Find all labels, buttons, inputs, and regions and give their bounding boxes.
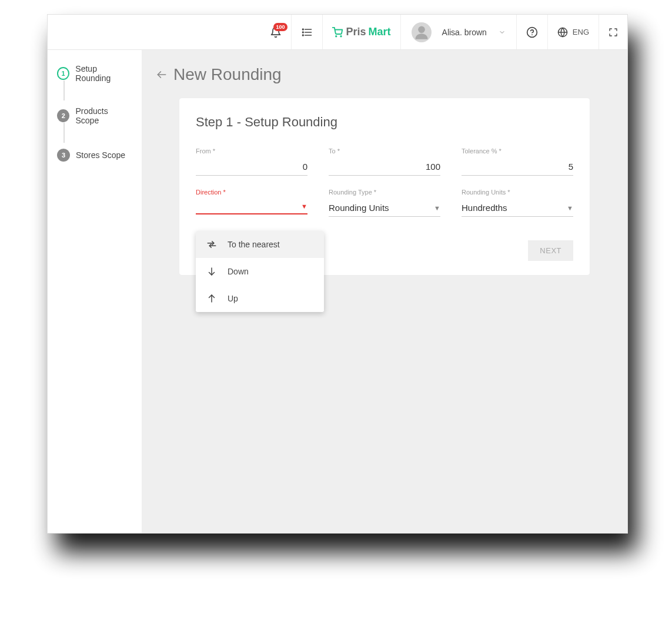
option-label: Down: [228, 267, 249, 276]
to-input[interactable]: [329, 158, 440, 176]
brand-text-2: Mart: [369, 26, 391, 38]
rounding-units-select[interactable]: Hundredths ▼: [462, 199, 573, 217]
back-button[interactable]: [156, 69, 168, 80]
card-title: Step 1 - Setup Rounding: [196, 115, 573, 130]
sidebar-item-products-scope[interactable]: 2 Products Scope: [57, 106, 132, 125]
rounding-type-field: Rounding Type * Rounding Units ▼: [329, 189, 440, 217]
step-number: 3: [57, 149, 70, 162]
user-menu[interactable]: Alisa. brown: [400, 15, 516, 49]
field-label: Direction *: [196, 189, 307, 196]
field-label: Tolerance % *: [462, 147, 573, 155]
svg-point-6: [336, 36, 337, 37]
direction-option-up[interactable]: Up: [196, 285, 324, 312]
sidebar-item-stores-scope[interactable]: 3 Stores Scope: [57, 149, 132, 162]
direction-option-nearest[interactable]: To the nearest: [196, 231, 324, 258]
fullscreen-icon: [609, 28, 618, 37]
select-value: Rounding Units: [329, 203, 389, 213]
rounding-type-select[interactable]: Rounding Units ▼: [329, 199, 440, 217]
avatar: [412, 22, 432, 42]
field-label: To *: [329, 147, 440, 155]
svg-point-5: [302, 35, 303, 36]
caret-down-icon: ▼: [434, 204, 440, 212]
tolerance-input[interactable]: [462, 158, 573, 176]
page-title: New Rounding: [173, 65, 282, 84]
caret-down-icon: ▼: [301, 203, 307, 210]
svg-point-4: [302, 32, 303, 33]
next-button[interactable]: NEXT: [528, 240, 573, 261]
from-field: From *: [196, 147, 307, 176]
help-button[interactable]: [516, 15, 547, 49]
page-header: New Rounding: [142, 50, 627, 98]
step-number: 1: [57, 67, 69, 80]
sidebar-item-setup-rounding[interactable]: 1 Setup Rounding: [57, 64, 132, 83]
step-number: 2: [57, 109, 69, 122]
direction-option-down[interactable]: Down: [196, 258, 324, 285]
topbar: 100 PrisMart Alisa. brown: [48, 15, 627, 50]
svg-point-3: [302, 29, 303, 30]
select-value: Hundredths: [462, 203, 507, 213]
field-label: Rounding Type *: [329, 189, 440, 196]
caret-down-icon: ▼: [567, 204, 573, 212]
chevron-down-icon: [499, 29, 506, 36]
sidebar-item-label: Products Scope: [75, 106, 132, 125]
svg-point-8: [418, 26, 425, 33]
sidebar-item-label: Setup Rounding: [75, 64, 132, 83]
field-label: Rounding Units *: [462, 189, 573, 196]
svg-point-7: [340, 36, 342, 37]
notifications-button[interactable]: 100: [260, 15, 291, 49]
language-selector[interactable]: ENG: [547, 15, 599, 49]
brand-logo[interactable]: PrisMart: [322, 15, 400, 49]
direction-dropdown: To the nearest Down Up: [196, 231, 324, 312]
sidebar-item-label: Stores Scope: [76, 150, 125, 160]
field-label: From *: [196, 147, 307, 155]
from-input[interactable]: [196, 158, 307, 176]
list-icon: [301, 26, 313, 38]
tolerance-field: Tolerance % *: [462, 147, 573, 176]
option-label: Up: [228, 294, 238, 303]
main-content: New Rounding Step 1 - Setup Rounding Fro…: [142, 50, 627, 533]
rounding-units-field: Rounding Units * Hundredths ▼: [462, 189, 573, 217]
direction-select[interactable]: ▼: [196, 199, 307, 214]
arrow-up-icon: [206, 293, 217, 304]
fullscreen-button[interactable]: [599, 15, 627, 49]
brand-text-1: Pris: [346, 26, 366, 38]
app-window: 100 PrisMart Alisa. brown: [47, 14, 628, 534]
direction-field: Direction * ▼: [196, 189, 307, 217]
option-label: To the nearest: [228, 240, 280, 249]
setup-card: Step 1 - Setup Rounding From * To * Tole…: [179, 98, 590, 275]
user-name: Alisa. brown: [442, 28, 487, 37]
sidebar: 1 Setup Rounding 2 Products Scope 3 Stor…: [48, 50, 142, 533]
swap-icon: [206, 239, 217, 250]
menu-list-button[interactable]: [291, 15, 322, 49]
language-label: ENG: [573, 28, 589, 36]
cart-icon: [332, 27, 343, 38]
arrow-down-icon: [206, 266, 217, 277]
globe-icon: [557, 27, 568, 38]
notification-count: 100: [273, 23, 287, 31]
help-icon: [526, 26, 538, 38]
to-field: To *: [329, 147, 440, 176]
